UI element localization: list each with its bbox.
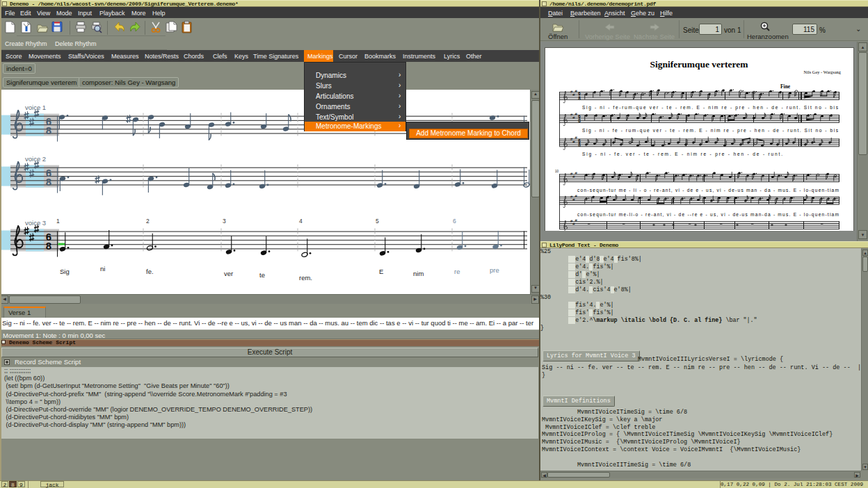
svg-text:con-sequn-tur me-li-o - re-ant: con-sequn-tur me-li-o - re-ant, vi - de … <box>577 212 839 218</box>
svg-text:voice 2: voice 2 <box>25 155 46 163</box>
svg-text:Sig - ni - fe.: Sig - ni - fe. ver - te - rem. E - nim r… <box>582 152 782 157</box>
svg-text:nim: nim <box>413 270 424 277</box>
svg-text:6: 6 <box>453 218 456 225</box>
svg-text:Sig - ni - fe-rum-que ver -: Sig - ni - fe-rum-que ver - te - rem. E … <box>582 105 839 111</box>
svg-text:3: 3 <box>223 218 226 225</box>
svg-text:10: 10 <box>555 170 559 173</box>
svg-text:Sig: Sig <box>60 268 70 275</box>
svg-text:fe.: fe. <box>146 268 154 275</box>
svg-text:8: 8 <box>578 143 581 147</box>
svg-text:8: 8 <box>46 240 51 252</box>
svg-text:1: 1 <box>56 218 60 225</box>
svg-text:te: te <box>259 271 265 279</box>
svg-text:voice 1: voice 1 <box>25 104 46 111</box>
svg-text:2: 2 <box>146 218 150 225</box>
svg-text:con-sequn-tur me - li - o - re: con-sequn-tur me - li - o - re-ant, vi -… <box>577 188 839 193</box>
svg-text:ni: ni <box>100 265 105 273</box>
svg-text:voice 3: voice 3 <box>25 219 46 227</box>
svg-text:rem.: rem. <box>299 274 312 282</box>
svg-text:8: 8 <box>578 96 581 101</box>
svg-text:pre: pre <box>490 266 499 274</box>
svg-text:Sig - ni - fe - ru: Sig - ni - fe - rum-que ver - te - rem. … <box>582 128 839 133</box>
svg-text:ver: ver <box>224 270 233 277</box>
svg-text:5: 5 <box>376 218 379 225</box>
svg-text:8: 8 <box>578 118 581 123</box>
svg-text:E: E <box>379 268 383 275</box>
svg-text:8: 8 <box>46 176 51 188</box>
svg-text:8: 8 <box>46 124 51 136</box>
svg-text:re: re <box>454 268 460 275</box>
svg-text:4: 4 <box>299 218 303 225</box>
